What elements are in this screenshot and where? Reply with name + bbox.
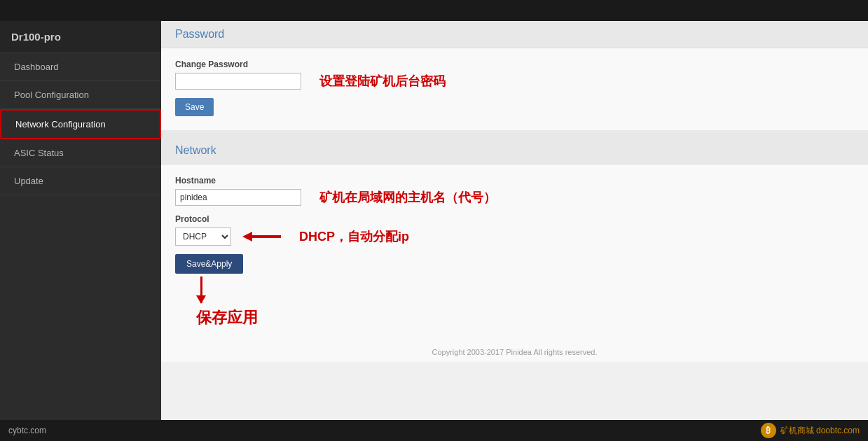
bottom-right-text: 矿机商城 doobtc.com — [780, 425, 860, 437]
network-section-header: Network — [161, 137, 868, 164]
save-apply-button[interactable]: Save&Apply — [175, 254, 243, 274]
arrow-down-head — [196, 295, 206, 304]
protocol-arrow — [242, 232, 281, 241]
save-apply-container: Save&Apply 保存应用 — [175, 254, 854, 328]
password-row: 设置登陆矿机后台密码 — [175, 73, 854, 90]
section-divider-1 — [161, 130, 868, 137]
sidebar-item-dashboard[interactable]: Dashboard — [0, 53, 161, 81]
save-apply-annotation: 保存应用 — [175, 276, 854, 328]
annotation-save-apply: 保存应用 — [196, 309, 258, 326]
top-bar — [0, 0, 868, 21]
network-section-body: Hostname 矿机在局域网的主机名（代号） Protocol DHCP St… — [161, 164, 868, 342]
annotation-hostname: 矿机在局域网的主机名（代号） — [319, 189, 496, 206]
protocol-label: Protocol — [175, 214, 854, 224]
save-password-button[interactable]: Save — [175, 98, 214, 116]
hostname-input[interactable] — [175, 189, 301, 206]
change-password-label: Change Password — [175, 59, 854, 69]
annotation-container: 保存应用 — [189, 307, 258, 328]
bottom-right: ₿ 矿机商城 doobtc.com — [761, 423, 860, 438]
bottom-bar: cybtc.com ₿ 矿机商城 doobtc.com — [0, 420, 868, 441]
sidebar-item-update[interactable]: Update — [0, 167, 161, 195]
content-area: Password Change Password 设置登陆矿机后台密码 Save… — [161, 21, 868, 420]
sidebar-item-asic[interactable]: ASIC Status — [0, 139, 161, 167]
password-section-header: Password — [161, 21, 868, 48]
sidebar-item-network[interactable]: Network Configuration — [0, 109, 161, 139]
bottom-left-text: cybtc.com — [8, 426, 46, 435]
hostname-label: Hostname — [175, 176, 854, 186]
annotation-password: 设置登陆矿机后台密码 — [319, 73, 446, 90]
annotation-protocol: DHCP，自动分配ip — [299, 228, 409, 245]
svg-marker-0 — [242, 232, 252, 241]
hostname-row: 矿机在局域网的主机名（代号） — [175, 189, 854, 206]
sidebar-brand: Dr100-pro — [0, 21, 161, 53]
svg-rect-1 — [252, 235, 281, 238]
arrow-down-line — [200, 276, 202, 303]
protocol-row: DHCP Static DHCP，自动分配ip — [175, 227, 854, 246]
password-input[interactable] — [175, 73, 301, 90]
arrow-left-icon — [242, 232, 281, 241]
protocol-select[interactable]: DHCP Static — [175, 227, 231, 246]
footer-copyright: Copyright 2003-2017 Pinidea All rights r… — [161, 342, 868, 362]
sidebar: Dr100-pro Dashboard Pool Configuration N… — [0, 21, 161, 420]
sidebar-item-pool[interactable]: Pool Configuration — [0, 81, 161, 109]
bitcoin-icon: ₿ — [761, 423, 776, 438]
password-section-body: Change Password 设置登陆矿机后台密码 Save — [161, 48, 868, 130]
